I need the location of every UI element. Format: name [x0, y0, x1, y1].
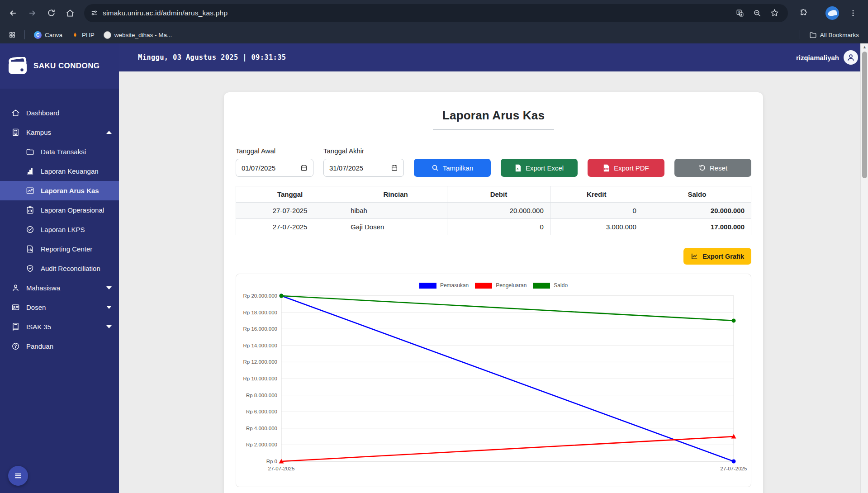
data-point-pemasukan[interactable] [732, 460, 736, 464]
sidebar-item-panduan[interactable]: Panduan [0, 337, 119, 356]
building-icon [11, 128, 20, 137]
export-excel-button[interactable]: x Export Excel [501, 159, 578, 177]
home-button[interactable] [62, 5, 79, 22]
bookmark-item[interactable]: PHP [68, 29, 98, 40]
data-point-saldo[interactable] [280, 294, 284, 298]
extensions-button[interactable] [795, 5, 812, 22]
sidebar-toggle-button[interactable] [8, 466, 28, 486]
forward-icon [28, 9, 37, 18]
bookmark-item[interactable]: CCanva [30, 29, 66, 41]
export-pdf-button[interactable]: PDF Export PDF [588, 159, 664, 177]
end-date-label: Tanggal Akhir [323, 147, 404, 155]
site-info-icon[interactable] [90, 9, 98, 17]
sidebar-item-laporan-arus-kas[interactable]: Laporan Arus Kas [0, 181, 119, 200]
legend-item-pemasukan[interactable]: Pemasukan [419, 282, 469, 289]
datetime-text: Minggu, 03 Agustus 2025 | 09:31:35 [138, 53, 286, 62]
legend-swatch [475, 283, 492, 289]
zoom-button[interactable] [750, 6, 764, 20]
y-tick-label: Rp 8.000.000 [246, 393, 277, 398]
table-cell: 0 [447, 219, 550, 235]
filter-row: Tanggal Awal 01/07/2025 Tanggal Akhir 31… [236, 147, 751, 177]
report-card: Laporan Arus Kas Tanggal Awal 01/07/2025… [224, 92, 763, 493]
sidebar-item-isak-35[interactable]: ISAK 35 [0, 317, 119, 337]
tampilkan-button[interactable]: Tampilkan [414, 159, 491, 177]
badge-check-icon [25, 225, 34, 234]
legend-swatch [419, 283, 436, 289]
sidebar-nav: DashboardKampusData TransaksiLaporan Keu… [0, 89, 119, 356]
start-date-input[interactable]: 01/07/2025 [236, 159, 313, 177]
y-tick-label: Rp 0 [266, 459, 277, 464]
user-avatar-button[interactable] [844, 50, 858, 65]
reset-icon [698, 164, 706, 171]
reset-button[interactable]: Reset [674, 159, 751, 177]
forward-button[interactable] [24, 5, 41, 22]
data-point-saldo[interactable] [732, 318, 736, 322]
bookmark-star-button[interactable] [767, 6, 782, 20]
bookmark-item[interactable]: website_dihas - Ma... [100, 29, 176, 41]
profile-button[interactable] [824, 5, 841, 22]
reset-label: Reset [710, 164, 727, 172]
scroll-up-arrow[interactable]: ▲ [861, 43, 868, 51]
journal-icon [11, 322, 20, 331]
chart-panel: PemasukanPengeluaranSaldo Rp 0Rp 2.000.0… [236, 274, 751, 487]
export-grafik-button[interactable]: Export Grafik [683, 248, 751, 265]
chart-legend: PemasukanPengeluaranSaldo [236, 280, 751, 290]
sidebar-item-laporan-operasional[interactable]: Laporan Operasional [0, 200, 119, 220]
url-bar[interactable]: simaku.uniru.ac.id/admin/arus_kas.php G [84, 4, 788, 22]
back-button[interactable] [5, 5, 22, 22]
brand-block[interactable]: SAKU CONDONG [0, 43, 119, 89]
legend-item-saldo[interactable]: Saldo [533, 282, 568, 289]
menu-kebab-button[interactable] [844, 5, 862, 22]
canva-icon: C [34, 31, 42, 39]
back-icon [9, 9, 18, 18]
table-row: 27-07-2025hibah20.000.000020.000.000 [236, 203, 751, 219]
sidebar-item-label: Data Transaksi [41, 148, 112, 156]
calendar-icon[interactable] [391, 164, 398, 171]
hamburger-icon [14, 471, 23, 480]
sidebar-item-dashboard[interactable]: Dashboard [0, 103, 119, 123]
sidebar-item-label: Panduan [26, 342, 112, 350]
doc-chart-icon [25, 245, 34, 253]
legend-item-pengeluaran[interactable]: Pengeluaran [475, 282, 526, 289]
svg-text:PDF: PDF [604, 168, 609, 170]
sidebar-item-label: Dashboard [26, 109, 112, 117]
sidebar-item-laporan-lkps[interactable]: Laporan LKPS [0, 220, 119, 239]
folder-icon [25, 147, 34, 156]
page-scrollbar[interactable]: ▲ [860, 43, 868, 493]
brand-name: SAKU CONDONG [33, 62, 100, 71]
sidebar-item-mahasiswa[interactable]: Mahasiswa [0, 278, 119, 298]
calendar-icon[interactable] [300, 164, 308, 171]
end-date-input[interactable]: 31/07/2025 [323, 159, 404, 177]
sidebar-item-audit-reconciliation[interactable]: Audit Reconciliation [0, 259, 119, 278]
shield-check-icon [25, 264, 34, 273]
folder-icon [809, 31, 817, 39]
translate-button[interactable]: G [733, 6, 747, 20]
sidebar-item-dosen[interactable]: Dosen [0, 298, 119, 317]
sidebar-item-laporan-keuangan[interactable]: Laporan Keuangan [0, 161, 119, 181]
sidebar-item-reporting-center[interactable]: Reporting Center [0, 239, 119, 259]
chart-line-icon [691, 252, 698, 260]
scrollbar-thumb[interactable] [862, 52, 867, 178]
sidebar-item-label: Laporan LKPS [41, 226, 112, 233]
table-header-saldo: Saldo [643, 186, 751, 203]
sidebar-item-data-transaksi[interactable]: Data Transaksi [0, 142, 119, 161]
start-date-value: 01/07/2025 [242, 164, 297, 172]
y-tick-label: Rp 14.000.000 [243, 343, 277, 348]
cashflow-chart[interactable]: Rp 0Rp 2.000.000Rp 4.000.000Rp 6.000.000… [236, 290, 754, 482]
bookmarks-bar: CCanvaPHPwebsite_dihas - Ma... All Bookm… [0, 26, 868, 43]
clipboard-chart-icon [25, 206, 34, 214]
sidebar-item-label: Kampus [26, 128, 100, 136]
line-chart-icon [25, 186, 34, 195]
reload-button[interactable] [43, 5, 60, 22]
chevron-down-icon [106, 286, 112, 289]
divider [818, 8, 818, 18]
main-content: Laporan Arus Kas Tanggal Awal 01/07/2025… [119, 71, 868, 493]
table-cell: Gaji Dosen [344, 219, 447, 235]
sidebar-item-kampus[interactable]: Kampus [0, 123, 119, 142]
apps-grid-button[interactable] [5, 28, 19, 42]
apps-grid-icon [9, 31, 16, 38]
zoom-icon [753, 9, 761, 17]
all-bookmarks-button[interactable]: All Bookmarks [806, 29, 863, 41]
bookmark-label: Canva [45, 32, 62, 38]
legend-label: Pemasukan [440, 282, 469, 289]
